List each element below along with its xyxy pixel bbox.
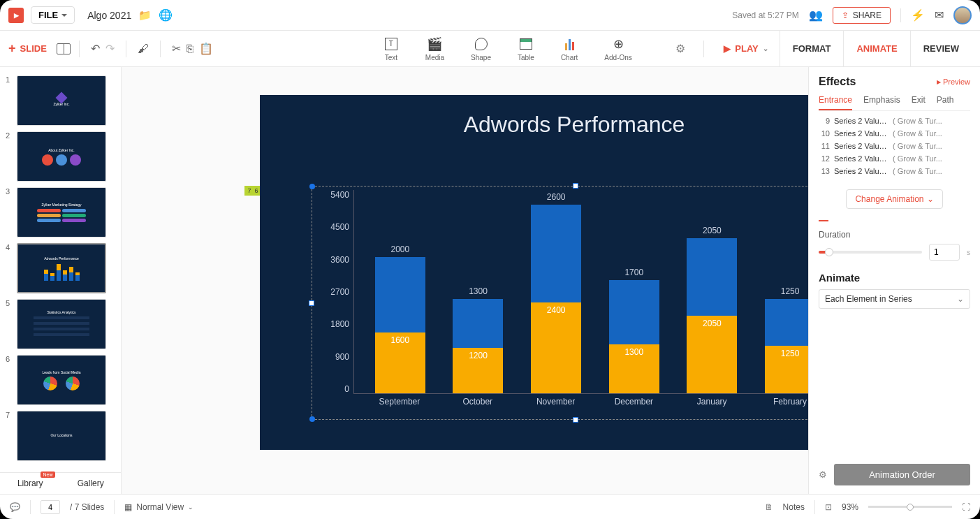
user-avatar[interactable] bbox=[953, 6, 972, 24]
duration-label: Duration bbox=[819, 230, 970, 240]
slide-thumb-2[interactable]: 2About Zylker Inc. bbox=[0, 129, 121, 184]
view-grid-icon: ▦ bbox=[124, 502, 132, 512]
slide-thumb-4[interactable]: 4Adwords Performance bbox=[0, 240, 121, 296]
duration-input[interactable] bbox=[929, 244, 960, 261]
canvas-area[interactable]: 7654321 Adwords Performance 540045003600… bbox=[122, 67, 808, 494]
panel-settings-icon[interactable]: ⚙ bbox=[819, 469, 827, 480]
play-button[interactable]: PLAY⌄ bbox=[712, 43, 779, 54]
slide-number: 5 bbox=[6, 299, 13, 349]
resize-handle[interactable] bbox=[573, 183, 578, 189]
anim-index: 13 bbox=[819, 167, 830, 175]
slide-number: 4 bbox=[6, 243, 13, 293]
slide-thumb-3[interactable]: 3Zylker Marketing Strategy bbox=[0, 184, 121, 240]
play-dropdown-icon[interactable]: ⌄ bbox=[763, 45, 768, 52]
document-name[interactable]: Algo 2021 bbox=[87, 10, 131, 21]
insert-text-button[interactable]: TText bbox=[383, 36, 399, 61]
app-logo[interactable]: ▶ bbox=[8, 8, 24, 23]
animation-order-button[interactable]: Animation Order bbox=[834, 464, 970, 485]
zoom-slider[interactable] bbox=[868, 506, 952, 508]
fit-icon[interactable]: ⊡ bbox=[825, 502, 832, 512]
slide-number: 2 bbox=[6, 131, 13, 182]
format-painter-icon[interactable]: 🖌 bbox=[135, 40, 152, 58]
tab-review[interactable]: REVIEW bbox=[910, 31, 972, 67]
gallery-tab[interactable]: Gallery bbox=[61, 473, 122, 494]
tab-emphasis[interactable]: Emphasis bbox=[863, 95, 900, 110]
tab-format[interactable]: FORMAT bbox=[780, 31, 844, 67]
insert-shape-button[interactable]: Shape bbox=[471, 36, 491, 61]
resize-handle[interactable] bbox=[309, 300, 314, 306]
anim-index: 11 bbox=[819, 142, 830, 150]
share-button[interactable]: SHARE bbox=[833, 7, 891, 24]
page-input[interactable] bbox=[41, 500, 60, 514]
duration-slider[interactable] bbox=[819, 251, 922, 254]
tab-exit[interactable]: Exit bbox=[912, 95, 926, 110]
insert-addons-button[interactable]: ⊕Add-Ons bbox=[604, 36, 631, 61]
cut-icon[interactable]: ✂ bbox=[169, 39, 184, 58]
animate-panel: Effects Preview Entrance Emphasis Exit P… bbox=[808, 67, 980, 494]
layout-icon[interactable] bbox=[57, 43, 71, 54]
tab-path[interactable]: Path bbox=[937, 95, 954, 110]
anim-effect: ( Grow & Tur... bbox=[893, 154, 942, 163]
animation-item[interactable]: 11Series 2 Value...( Grow & Tur... bbox=[819, 142, 970, 150]
insert-table-button[interactable]: Table bbox=[518, 36, 534, 61]
anim-index: 12 bbox=[819, 154, 830, 163]
fullscreen-icon[interactable]: ⛶ bbox=[962, 502, 970, 512]
notes-label[interactable]: Notes bbox=[783, 502, 805, 512]
settings-icon[interactable]: ⚙ bbox=[675, 42, 685, 55]
slide-title: Adwords Performance bbox=[260, 95, 808, 138]
saved-status: Saved at 5:27 PM bbox=[732, 10, 798, 20]
redo-icon[interactable]: ↷ bbox=[103, 39, 117, 58]
anim-effect: ( Grow & Tur... bbox=[893, 142, 942, 150]
add-slide-label: SLIDE bbox=[20, 43, 47, 54]
anim-index: 10 bbox=[819, 129, 830, 138]
animation-item[interactable]: 9Series 2 Value...( Grow & Tur... bbox=[819, 117, 970, 125]
slide-thumb-6[interactable]: 6Leads from Social Media bbox=[0, 352, 121, 408]
folder-icon[interactable]: 📁 bbox=[138, 9, 152, 22]
anim-index: 9 bbox=[819, 117, 830, 125]
resize-handle[interactable] bbox=[309, 416, 315, 422]
anim-effect: ( Grow & Tur... bbox=[893, 117, 942, 125]
selection-box[interactable] bbox=[312, 186, 808, 420]
undo-icon[interactable]: ↶ bbox=[88, 39, 103, 58]
notifications-icon[interactable]: ✉ bbox=[935, 8, 944, 22]
anim-name: Series 2 Value... bbox=[834, 129, 888, 138]
animation-item[interactable]: 10Series 2 Value...( Grow & Tur... bbox=[819, 129, 970, 138]
tab-animate[interactable]: ANIMATE bbox=[843, 31, 909, 67]
library-tab[interactable]: NewLibrary bbox=[0, 473, 61, 494]
slide-thumb-1[interactable]: 1Zylker Inc. bbox=[0, 73, 121, 129]
view-mode-select[interactable]: ▦ Normal View ⌄ bbox=[124, 502, 193, 512]
anim-effect: ( Grow & Tur... bbox=[893, 129, 942, 138]
notes-icon[interactable]: 🗎 bbox=[765, 502, 773, 512]
copy-icon[interactable]: ⎘ bbox=[184, 40, 196, 58]
share-label: SHARE bbox=[853, 10, 882, 20]
slide-thumb-7[interactable]: 7Our Locations bbox=[0, 408, 121, 464]
comments-icon[interactable]: 💬 bbox=[10, 502, 20, 512]
file-menu[interactable]: FILE bbox=[31, 6, 75, 24]
new-badge: New bbox=[41, 472, 54, 478]
preview-button[interactable]: Preview bbox=[937, 78, 970, 86]
effects-title: Effects bbox=[819, 75, 856, 88]
resize-handle[interactable] bbox=[309, 184, 315, 189]
anim-name: Series 2 Value... bbox=[834, 142, 888, 150]
slide-thumb-5[interactable]: 5Statistics Analytics bbox=[0, 296, 121, 352]
anim-name: Series 2 Value... bbox=[834, 167, 888, 175]
animation-item[interactable]: 12Series 2 Value...( Grow & Tur... bbox=[819, 154, 970, 163]
duration-unit: s bbox=[967, 249, 970, 256]
lightning-icon[interactable]: ⚡ bbox=[911, 8, 925, 22]
total-slides: / 7 Slides bbox=[70, 502, 104, 512]
collaborators-icon[interactable]: 👥 bbox=[809, 8, 823, 22]
animate-mode-select[interactable]: Each Element in Series bbox=[819, 289, 970, 309]
paste-icon[interactable]: 📋 bbox=[196, 39, 216, 58]
slide-number: 6 bbox=[6, 355, 13, 405]
slides-panel: 1Zylker Inc.2About Zylker Inc.3Zylker Ma… bbox=[0, 67, 122, 494]
globe-icon[interactable]: 🌐 bbox=[159, 8, 173, 22]
slide-number: 7 bbox=[6, 411, 13, 461]
slide-canvas: Adwords Performance 54004500360027001800… bbox=[260, 95, 808, 450]
resize-handle[interactable] bbox=[573, 417, 578, 423]
insert-media-button[interactable]: 🎬Media bbox=[425, 36, 444, 61]
insert-chart-button[interactable]: Chart bbox=[561, 36, 578, 61]
add-slide-button[interactable]: SLIDE bbox=[8, 41, 47, 56]
change-animation-button[interactable]: Change Animation bbox=[846, 189, 942, 209]
tab-entrance[interactable]: Entrance bbox=[819, 95, 852, 110]
animation-item[interactable]: 13Series 2 Value...( Grow & Tur... bbox=[819, 167, 970, 175]
